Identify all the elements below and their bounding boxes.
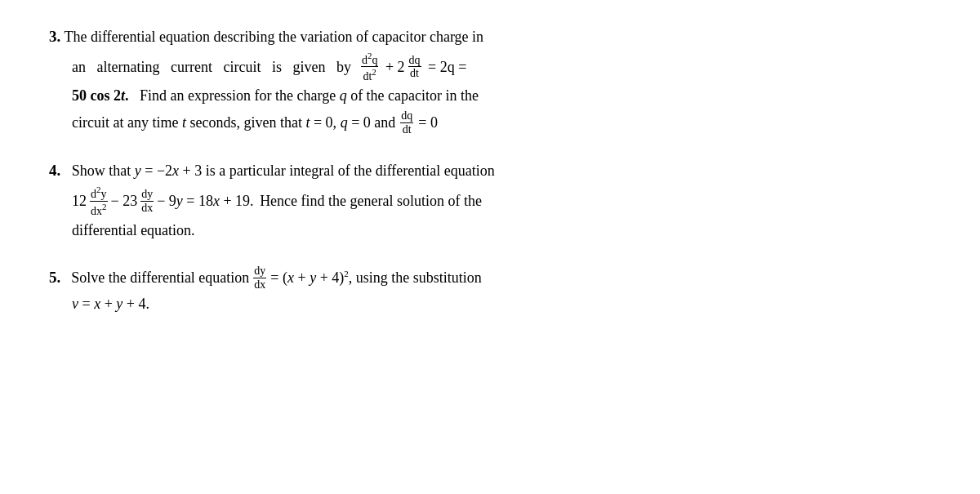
p5-text1: Solve the differential equation xyxy=(64,266,249,290)
page-content: 3. The differential equation describing … xyxy=(0,0,980,342)
frac-d2y-dx2: d2y dx2 xyxy=(90,185,108,216)
problem-5: 5. Solve the differential equation dy dx… xyxy=(49,265,931,316)
problem-5-line2: v = x + y + 4. xyxy=(49,292,931,316)
p5-substitution: v = x + y + 4. xyxy=(72,296,149,312)
problem-3-text4: circuit at any time t seconds, given tha… xyxy=(72,111,395,135)
problem-3-line2: an alternating current circuit is given … xyxy=(49,51,931,82)
frac-d2q-dt2: d2q dt2 xyxy=(361,51,379,82)
problem-3-line1: 3. The differential equation describing … xyxy=(49,24,931,49)
problem-4-line1: 4. Show that y = −2x + 3 is a particular… xyxy=(49,158,931,183)
frac-dy-dx-p4: dy dx xyxy=(140,188,154,214)
p4-diffeq: differential equation. xyxy=(72,222,195,238)
problem-4: 4. Show that y = −2x + 3 is a particular… xyxy=(49,158,931,242)
problem-3-text3: Find an expression for the charge q of t… xyxy=(132,87,479,104)
problem-4-line3: differential equation. xyxy=(49,219,931,243)
frac-dy-dx-p5: dy dx xyxy=(253,265,266,291)
problem-3-line3: 50 cos 2t. Find an expression for the ch… xyxy=(49,84,931,108)
problem-5-number: 5. xyxy=(49,265,60,290)
problem-4-line2: 12 d2y dx2 − 23 dy dx − 9y = 18x + 19. H… xyxy=(49,185,931,216)
problem-3-number: 3. xyxy=(49,28,60,45)
problem-3: 3. The differential equation describing … xyxy=(49,24,931,136)
p5-equation: = (x + y + 4)2, using the substitution xyxy=(270,266,481,290)
p4-hence: Hence find the general solution of the xyxy=(256,189,482,213)
problem-3-text1: The differential equation describing the… xyxy=(64,29,483,45)
problem-3-equals-zero: = 0 xyxy=(418,111,438,135)
problem-5-line1: 5. Solve the differential equation dy dx… xyxy=(49,265,931,291)
problem-3-text2: an alternating current circuit is given … xyxy=(72,56,351,79)
problem-3-cos: 50 cos 2t. xyxy=(72,87,129,104)
problem-3-line4: circuit at any time t seconds, given tha… xyxy=(49,109,931,136)
p4-12: 12 xyxy=(72,189,87,213)
frac-dq-dt-cond: dq dt xyxy=(400,109,413,136)
frac-dq-dt: dq dt xyxy=(408,54,421,80)
problem-3-equation: d2q dt2 + 2 dq dt = 2q = xyxy=(360,51,466,82)
problem-4-number: 4. xyxy=(49,162,60,179)
problem-4-text1: Show that y = −2x + 3 is a particular in… xyxy=(65,162,495,179)
